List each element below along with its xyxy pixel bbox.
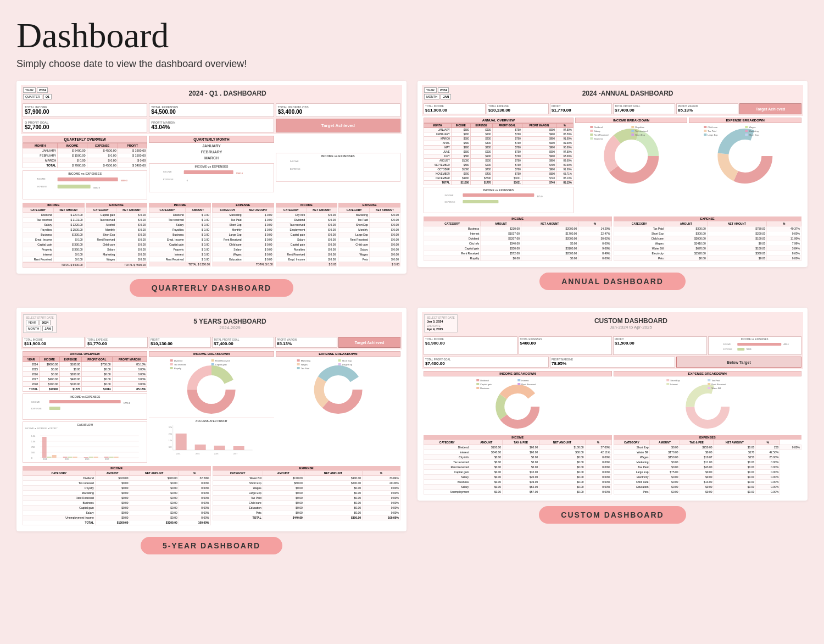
svg-rect-133 — [737, 348, 744, 351]
svg-text:Rent Received: Rent Received — [711, 383, 726, 386]
svg-text:2025: 2025 — [196, 453, 200, 455]
svg-text:2.5k: 2.5k — [169, 433, 172, 435]
svg-text:Capital gain: Capital gain — [215, 363, 227, 366]
annual-expense-pie: Child care Tax Paid Large Exp Wages Mark… — [689, 123, 801, 189]
svg-rect-110 — [233, 446, 244, 450]
svg-text:Interest: Interest — [521, 379, 529, 382]
svg-text:700.00: 700.00 — [746, 348, 751, 351]
svg-point-90 — [201, 379, 222, 401]
svg-rect-99 — [211, 363, 214, 365]
svg-point-43 — [733, 144, 758, 168]
quarterly-achieved: Target Achieved — [321, 123, 355, 128]
quarterly-chart-1: INCOME EXPENSE 6000.0 4500.0 — [24, 175, 146, 197]
svg-text:EXPENSE: EXPENSE — [163, 178, 174, 181]
svg-text:Child care: Child care — [708, 126, 719, 129]
svg-rect-72 — [47, 457, 52, 458]
svg-rect-78 — [89, 457, 93, 458]
svg-text:Capital gain: Capital gain — [480, 383, 492, 386]
svg-text:Rent Received: Rent Received — [521, 383, 536, 386]
svg-text:Royalty: Royalty — [174, 367, 181, 370]
svg-text:EXPENSE: EXPENSE — [37, 185, 47, 188]
svg-text:1.5k: 1.5k — [31, 435, 36, 437]
custom-income-pie: Dividend Capital gain Business Interest … — [424, 376, 612, 431]
svg-text:Marketing: Marketing — [749, 130, 759, 132]
svg-text:4500.0: 4500.0 — [93, 186, 101, 189]
svg-text:2025: 2025 — [65, 458, 69, 460]
custom-title: CUSTOM DASHBOARD — [461, 317, 801, 325]
svg-rect-34 — [631, 126, 634, 128]
svg-text:EXPENSE: EXPENSE — [723, 348, 732, 351]
svg-rect-80 — [104, 457, 109, 458]
svg-text:Large Exp: Large Exp — [708, 134, 719, 136]
svg-point-138 — [508, 397, 527, 417]
quarterly-expenses: $4,500.00 — [151, 109, 271, 115]
svg-rect-145 — [517, 379, 520, 381]
svg-text:INCOME: INCOME — [37, 177, 46, 180]
svg-text:1.0k: 1.0k — [31, 440, 36, 443]
svg-text:750: 750 — [31, 446, 35, 448]
svg-text:EXPENSE: EXPENSE — [444, 201, 455, 203]
svg-text:2024: 2024 — [43, 458, 47, 460]
svg-text:EXPENSE: EXPENSE — [289, 168, 300, 170]
svg-text:4250.0: 4250.0 — [783, 343, 789, 346]
svg-rect-57 — [49, 400, 121, 403]
five-year-content: SELECT START DATE YEAR 2024 MONTH JAN 5 … — [16, 308, 407, 531]
svg-point-151 — [698, 397, 717, 417]
svg-text:INCOME: INCOME — [723, 343, 731, 346]
svg-text:Marketing: Marketing — [300, 359, 310, 362]
svg-text:2024: 2024 — [176, 453, 181, 455]
svg-rect-19 — [463, 200, 498, 203]
svg-text:Tax Paid: Tax Paid — [708, 130, 716, 132]
annual-content: YEAR 2024 MONTH JAN 2024 -ANNUAL DASHBOA… — [417, 81, 808, 267]
5yr-accum-profit: 3.0k 2.5k 1.5k 500 2024 2025 2026 2027 — [149, 423, 274, 456]
five-year-subtitle: 2024-2029 — [60, 325, 400, 330]
svg-rect-74 — [63, 457, 68, 458]
svg-text:Short Exp: Short Exp — [670, 379, 680, 382]
svg-text:Rent Received: Rent Received — [215, 359, 230, 362]
quarterly-title: 2024 - Q1 . DASHBOARD — [55, 90, 400, 97]
quarterly-year-info: YEAR 2024 QUARTER Q1 — [23, 87, 52, 99]
quarterly-card: YEAR 2024 QUARTER Q1 2024 - Q1 . DASHBOA… — [16, 81, 407, 297]
svg-text:EXPENSE: EXPENSE — [31, 407, 42, 410]
svg-rect-79 — [94, 457, 98, 458]
custom-label-container: CUSTOM DASHBOARD — [417, 506, 808, 524]
svg-rect-123 — [297, 367, 299, 369]
annual-title: 2024 -ANNUAL DASHBOARD — [454, 90, 801, 97]
svg-rect-108 — [195, 445, 206, 450]
quarterly-dashboard: YEAR 2024 QUARTER Q1 2024 - Q1 . DASHBOA… — [16, 81, 407, 274]
svg-text:Water Bill: Water Bill — [711, 387, 721, 390]
quarterly-label: QUARTERLY DASHBOARD — [130, 279, 293, 297]
svg-rect-158 — [708, 383, 710, 385]
quarterly-chart-2: INCOME EXPENSE 1500.0 0 — [151, 168, 272, 190]
svg-text:Dividend: Dividend — [594, 126, 603, 129]
svg-text:3.0k: 3.0k — [169, 426, 172, 429]
svg-text:Salary: Salary — [594, 130, 600, 132]
svg-rect-91 — [170, 359, 173, 362]
svg-text:INCOME: INCOME — [31, 401, 40, 403]
svg-text:Short Exp: Short Exp — [635, 134, 645, 136]
svg-text:Short Exp: Short Exp — [342, 359, 352, 362]
svg-rect-107 — [176, 434, 187, 450]
annual-label-container: ANNUAL DASHBOARD — [417, 273, 808, 290]
svg-text:Wages: Wages — [749, 126, 756, 129]
svg-text:1770.0: 1770.0 — [124, 402, 131, 404]
svg-rect-143 — [476, 387, 479, 389]
svg-rect-28 — [590, 130, 593, 132]
svg-rect-44 — [704, 126, 707, 128]
svg-rect-97 — [211, 359, 214, 362]
svg-rect-152 — [666, 379, 669, 381]
custom-mini-ie-chart: INCOME 4250.0 EXPENSE 700.00 — [710, 341, 800, 353]
quarterly-profit: $3,400.00 — [278, 109, 398, 115]
svg-rect-139 — [476, 379, 479, 381]
svg-text:Interest: Interest — [670, 383, 678, 386]
svg-text:Business: Business — [594, 137, 603, 140]
svg-rect-71 — [42, 437, 47, 458]
svg-text:2027: 2027 — [233, 453, 238, 455]
custom-content: SELECT START DATE Jan 3, 2024 END DATE A… — [417, 308, 808, 501]
svg-rect-81 — [109, 457, 114, 458]
svg-rect-32 — [590, 137, 593, 140]
custom-expense-pie: Short Exp Interest Tax Paid Rent Receive… — [614, 376, 802, 431]
svg-rect-76 — [73, 457, 77, 458]
dashboard-grid: YEAR 2024 QUARTER Q1 2024 - Q1 . DASHBOA… — [16, 81, 808, 554]
svg-rect-93 — [170, 363, 173, 365]
